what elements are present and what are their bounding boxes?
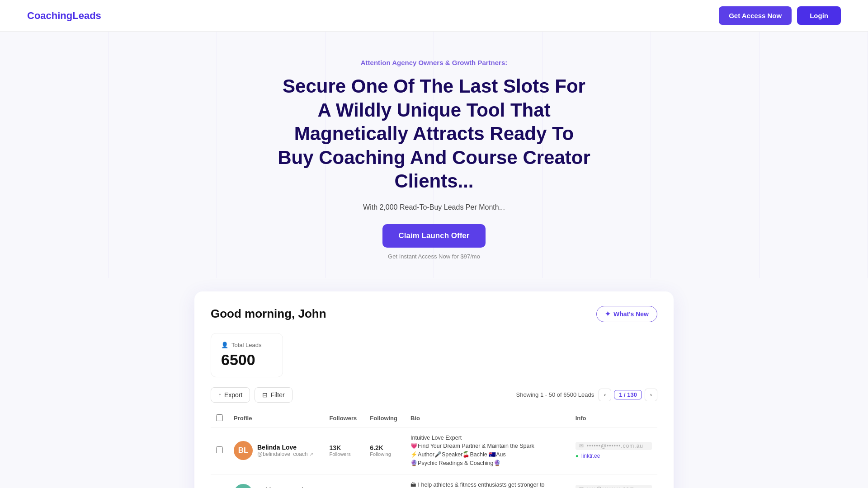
table-head: Profile Followers Following Bio Info xyxy=(211,410,657,427)
login-button[interactable]: Login xyxy=(797,6,841,25)
next-page-button[interactable]: › xyxy=(645,389,657,401)
claim-launch-offer-button[interactable]: Claim Launch Offer xyxy=(382,224,486,248)
header-bio: Bio xyxy=(405,410,570,427)
info-email: ✉ ••••••@••••••.com.au xyxy=(576,442,652,450)
get-access-button[interactable]: Get Access Now xyxy=(719,6,792,25)
whats-new-button[interactable]: ✦ What's New xyxy=(596,306,657,322)
profile-name: Belinda Love xyxy=(257,444,313,451)
header-followers: Followers xyxy=(324,410,365,427)
showing-text: Showing 1 - 50 of 6500 Leads xyxy=(516,391,594,398)
table-body: BL Belinda Love @belindalove_coach ↗ 13K… xyxy=(211,427,657,488)
avatar: AB xyxy=(234,484,253,488)
table-row: AB Ashley Battersby @_ashletics_ ↗ 10K F… xyxy=(211,474,657,488)
mail-icon: ✉ xyxy=(579,443,584,449)
profile-cell: AB Ashley Battersby @_ashletics_ ↗ xyxy=(234,484,319,488)
header-checkbox-col xyxy=(211,410,228,427)
leads-count: 6500 xyxy=(221,351,273,369)
website-url[interactable]: linktr.ee xyxy=(581,453,600,459)
hero-section: Attention Agency Owners & Growth Partner… xyxy=(0,32,868,278)
dashboard-card: Good morning, John ✦ What's New 👤 Total … xyxy=(194,291,674,488)
filter-label: Filter xyxy=(270,391,284,399)
external-link-icon: ↗ xyxy=(309,451,313,457)
table-row: BL Belinda Love @belindalove_coach ↗ 13K… xyxy=(211,427,657,474)
followers-label: Followers xyxy=(330,451,359,457)
mail-icon: ✉ xyxy=(579,486,584,488)
hero-label: Attention Agency Owners & Growth Partner… xyxy=(9,59,859,66)
page-current: 1 / 130 xyxy=(614,390,642,399)
hero-subtitle: With 2,000 Read-To-Buy Leads Per Month..… xyxy=(9,203,859,211)
row-checkbox[interactable] xyxy=(216,446,223,453)
navbar: CoachingLeads Get Access Now Login xyxy=(0,0,868,32)
filter-button[interactable]: ⊟ Filter xyxy=(255,387,292,403)
person-icon: 👤 xyxy=(221,342,228,348)
nav-buttons: Get Access Now Login xyxy=(719,6,841,25)
profile-name: Ashley Battersby xyxy=(257,487,309,488)
link-icon: ● xyxy=(576,453,579,459)
leads-label: 👤 Total Leads xyxy=(221,342,273,348)
profile-cell: BL Belinda Love @belindalove_coach ↗ xyxy=(234,441,319,460)
email-blurred: ••••••@••••••.com.au xyxy=(587,443,643,449)
profile-handle: @belindalove_coach ↗ xyxy=(257,451,313,457)
toolbar-left: ↑ Export ⊟ Filter xyxy=(211,387,292,403)
leads-table: Profile Followers Following Bio Info BL … xyxy=(211,410,657,488)
info-cell: ✉ ••••@••••••••.com ● athleticsllc.com xyxy=(576,485,652,488)
prev-page-button[interactable]: ‹ xyxy=(599,389,611,401)
export-label: Export xyxy=(224,391,242,399)
export-icon: ↑ xyxy=(218,391,222,399)
following-label: Following xyxy=(370,451,400,457)
star-icon: ✦ xyxy=(605,310,611,318)
whats-new-label: What's New xyxy=(613,310,649,318)
filter-icon: ⊟ xyxy=(262,391,268,399)
info-cell: ✉ ••••••@••••••.com.au ● linktr.ee xyxy=(576,442,652,459)
dashboard-greeting: Good morning, John xyxy=(211,307,326,321)
hero-fine-print: Get Instant Access Now for $97/mo xyxy=(9,253,859,260)
avatar: BL xyxy=(234,441,253,460)
bio-text: 🏔 I help athletes & fitness enthusiasts … xyxy=(410,481,555,488)
header-following: Following xyxy=(364,410,405,427)
info-email: ✉ ••••@••••••••.com xyxy=(576,485,652,488)
following-count: 6.2K xyxy=(370,444,400,451)
select-all-checkbox[interactable] xyxy=(216,414,223,421)
total-leads-box: 👤 Total Leads 6500 xyxy=(211,333,283,377)
table-header-row: Profile Followers Following Bio Info xyxy=(211,410,657,427)
header-profile: Profile xyxy=(228,410,324,427)
nav-logo: CoachingLeads xyxy=(27,10,101,22)
pagination: ‹ 1 / 130 › xyxy=(599,389,657,401)
table-toolbar: ↑ Export ⊟ Filter Showing 1 - 50 of 6500… xyxy=(211,387,657,403)
bio-text: Intuitive Love Expert💗Find Your Dream Pa… xyxy=(410,434,555,468)
email-blurred: ••••@••••••••.com xyxy=(587,486,635,488)
header-info: Info xyxy=(570,410,657,427)
dashboard-wrapper: Good morning, John ✦ What's New 👤 Total … xyxy=(185,291,683,488)
info-website-link[interactable]: ● linktr.ee xyxy=(576,453,652,459)
hero-title: Secure One Of The Last Slots For A Wildl… xyxy=(276,75,592,193)
export-button[interactable]: ↑ Export xyxy=(211,387,250,403)
dashboard-header: Good morning, John ✦ What's New xyxy=(211,306,657,322)
toolbar-right: Showing 1 - 50 of 6500 Leads ‹ 1 / 130 › xyxy=(516,389,657,401)
followers-count: 13K xyxy=(330,444,359,451)
